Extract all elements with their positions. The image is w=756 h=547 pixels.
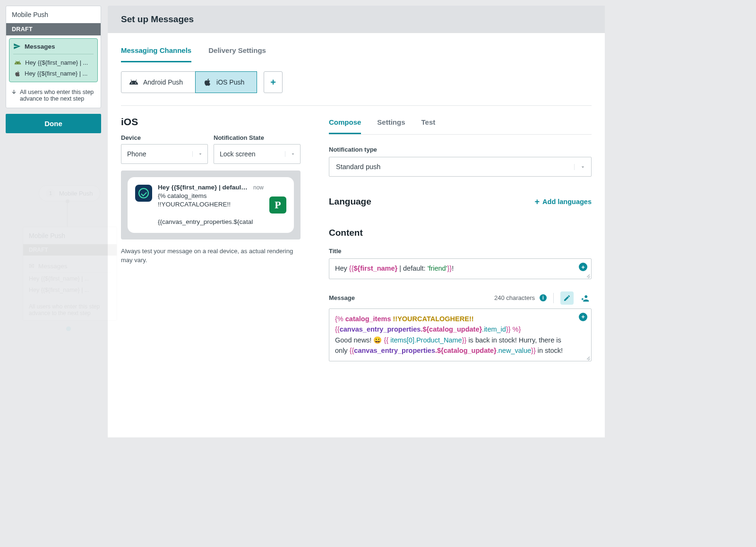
tab-test[interactable]: Test xyxy=(421,116,436,134)
resize-handle-icon[interactable] xyxy=(585,355,591,360)
step-card: Mobile Push DRAFT Messages Hey {{${first… xyxy=(6,6,101,108)
plus-icon: + xyxy=(535,197,540,207)
messages-header: Messages xyxy=(13,43,94,54)
tab-messaging-channels[interactable]: Messaging Channels xyxy=(121,43,191,62)
plus-icon: + xyxy=(270,77,276,88)
tab-compose[interactable]: Compose xyxy=(329,116,361,134)
chevron-down-icon xyxy=(285,151,300,157)
resize-handle-icon[interactable] xyxy=(585,273,591,278)
message-row-ios[interactable]: Hey {{${first_name} | ... xyxy=(13,68,94,79)
android-icon xyxy=(129,77,138,87)
compose-tabs: Compose Settings Test xyxy=(329,116,592,135)
title-input[interactable]: Hey {{${first_name} | default: 'friend'}… xyxy=(329,258,592,279)
tab-settings[interactable]: Settings xyxy=(377,116,405,134)
notification-type-select[interactable]: Standard push xyxy=(329,157,592,177)
language-heading: Language xyxy=(329,197,371,207)
divider xyxy=(121,105,592,106)
add-channel-button[interactable]: + xyxy=(264,71,283,93)
paper-plane-icon xyxy=(13,43,21,50)
message-label: Message xyxy=(329,294,355,301)
notification-type-value: Standard push xyxy=(329,163,574,171)
add-personalization-button[interactable] xyxy=(578,291,592,305)
device-value: Phone xyxy=(121,150,192,158)
preview-disclaimer: Always test your message on a real devic… xyxy=(121,247,301,265)
device-label: Device xyxy=(121,134,208,141)
divider xyxy=(553,293,554,303)
chevron-down-icon xyxy=(574,164,591,170)
content-heading: Content xyxy=(329,228,592,238)
char-count: 240 characters xyxy=(494,294,535,301)
channel-selector: Android Push iOS Push + xyxy=(121,71,592,93)
apple-icon xyxy=(203,78,212,86)
title-value: Hey {{${first_name} | default: 'friend'}… xyxy=(329,259,591,279)
device-select[interactable]: Phone xyxy=(121,144,208,164)
step-title: Mobile Push xyxy=(6,6,101,23)
preview-timestamp: now xyxy=(253,184,264,191)
tab-delivery-settings[interactable]: Delivery Settings xyxy=(208,43,266,62)
channel-android[interactable]: Android Push xyxy=(121,71,196,93)
preview-body: {% catalog_items !!YOURCATALOGHERE!! {{c… xyxy=(158,192,264,226)
app-icon xyxy=(135,185,152,202)
apple-icon xyxy=(14,70,21,77)
arrow-down-icon xyxy=(11,89,17,102)
panel-header: Set up Messages xyxy=(108,6,605,33)
message-row-android[interactable]: Hey {{${first_name} | ... xyxy=(13,57,94,68)
language-heading-row: Language + Add languages xyxy=(329,197,592,207)
channel-label: iOS Push xyxy=(216,78,244,86)
info-icon[interactable]: i xyxy=(540,294,547,301)
primary-tabs: Messaging Channels Delivery Settings xyxy=(121,43,592,63)
notification-type-label: Notification type xyxy=(329,146,592,153)
platform-heading: iOS xyxy=(121,116,301,128)
message-value: {% catalog_items !!YOURCATALOGHERE!! {{c… xyxy=(335,314,574,356)
add-languages-button[interactable]: + Add languages xyxy=(535,197,592,207)
messages-box[interactable]: Messages Hey {{${first_name} | ... Hey {… xyxy=(9,38,98,82)
notification-state-value: Lock screen xyxy=(214,150,285,158)
done-button[interactable]: Done xyxy=(6,114,101,133)
add-languages-label: Add languages xyxy=(542,198,592,205)
notification-state-select[interactable]: Lock screen xyxy=(214,144,301,164)
android-icon xyxy=(14,59,21,66)
preview-title: Hey {{${first_name} | default: 'frien... xyxy=(158,184,249,191)
notification-preview: Hey {{${first_name} | default: 'frien...… xyxy=(121,171,301,239)
main-panel: Set up Messages Messaging Channels Deliv… xyxy=(108,6,605,437)
advance-note: All users who enter this step advance to… xyxy=(6,85,101,108)
message-input[interactable]: {% catalog_items !!YOURCATALOGHERE!! {{c… xyxy=(329,308,592,361)
channel-label: Android Push xyxy=(143,78,183,86)
draft-badge: DRAFT xyxy=(6,23,101,35)
messages-label: Messages xyxy=(25,43,55,50)
channel-ios[interactable]: iOS Push xyxy=(195,71,257,93)
notification-state-label: Notification State xyxy=(214,134,301,141)
message-row-text: Hey {{${first_name} | ... xyxy=(25,70,93,77)
chevron-down-icon xyxy=(192,151,207,157)
preview-image-badge: P xyxy=(269,197,286,214)
edit-button[interactable] xyxy=(560,291,574,305)
insert-personalization-button[interactable]: + xyxy=(579,263,587,271)
insert-personalization-button[interactable]: + xyxy=(579,313,587,321)
canvas-ghost: 1Mobile Push Mobile Push DRAFT ✉Messages… xyxy=(13,185,112,331)
title-label: Title xyxy=(329,248,592,255)
panel-title: Set up Messages xyxy=(121,14,592,25)
message-row-text: Hey {{${first_name} | ... xyxy=(25,59,93,66)
